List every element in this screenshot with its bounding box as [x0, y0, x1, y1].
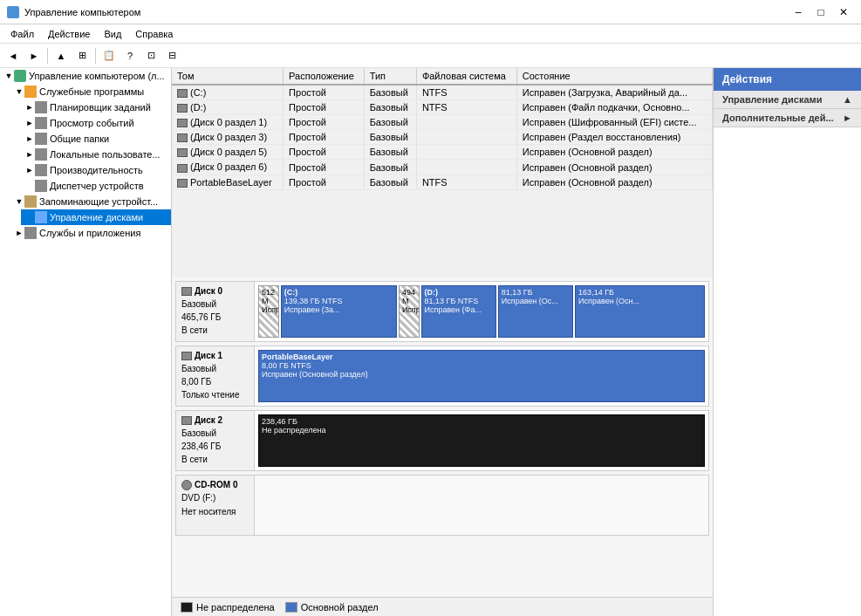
cell-volume: (Диск 0 раздел 1) [172, 115, 284, 130]
part-size-label: 81,13 ГБ NTFS [425, 297, 493, 305]
disk-part-disk0-3[interactable]: (D:) 81,13 ГБ NTFS Исправен (Фа... [421, 285, 496, 338]
cell-status: Исправен (Файл подкачки, Основно... [516, 100, 712, 115]
toolbar-up[interactable]: ▲ [51, 46, 71, 65]
disk-part-disk0-4[interactable]: 81,13 ГБ Исправен (Ос... [498, 285, 573, 338]
part-name-label: (D:) [425, 288, 493, 297]
disk-parts-disk0: 512 М Испра... (C:) 139,38 ГБ NTFS Испра… [255, 282, 708, 341]
minimize-button[interactable]: – [788, 3, 809, 21]
cell-type: Базовый [364, 130, 416, 145]
disk-name-label: Диск 1 [195, 350, 222, 362]
col-type: Тип [364, 68, 416, 85]
disk-part-disk0-0[interactable]: 512 М Испра... [258, 285, 279, 338]
main-right: Том Расположение Тип Файловая система Со… [172, 68, 861, 616]
disk-part-disk0-1[interactable]: (C:) 139,38 ГБ NTFS Исправен (За... [281, 285, 397, 338]
disk-part-disk1-0[interactable]: PortableBaseLayer 8,00 ГБ NTFS Исправен … [258, 350, 705, 402]
toolbar-properties[interactable]: 📋 [99, 46, 119, 65]
tree-label-devmgr: Диспетчер устройств [50, 181, 144, 191]
disk-name-disk0: Диск 0 [181, 285, 249, 298]
table-row[interactable]: (C:) Простой Базовый NTFS Исправен (Загр… [172, 85, 713, 100]
tree-label-users: Локальные пользовате... [50, 149, 161, 160]
table-row[interactable]: (Диск 0 раздел 1) Простой Базовый Исправ… [172, 115, 713, 130]
disk-hdd-icon [181, 287, 192, 296]
part-status-label: Испра... [262, 305, 276, 314]
expand-storage[interactable]: ▼ [14, 196, 24, 207]
expand-root[interactable]: ▼ [3, 71, 14, 81]
part-size-label: 512 М [262, 288, 276, 305]
disk-parts-disk1: PortableBaseLayer 8,00 ГБ NTFS Исправен … [255, 346, 708, 406]
disk-parts-disk2: 238,46 ГБ Не распределена [255, 411, 708, 470]
tree-item-root[interactable]: ▼ Управление компьютером (л... [0, 68, 171, 84]
expand-users[interactable]: ► [24, 149, 35, 160]
disk-part-disk0-5[interactable]: 163,14 ГБ Исправен (Осн... [575, 285, 705, 338]
cell-type: Базовый [364, 145, 416, 160]
actions-panel: Действия Управление дисками ▲ Дополнител… [713, 68, 861, 616]
expand-tasks[interactable]: ► [24, 102, 35, 113]
tree-label-tasks: Планировщик заданий [50, 102, 151, 113]
maximize-button[interactable]: □ [810, 3, 831, 21]
part-status-label: Исправен (Осн... [578, 297, 701, 305]
app-icon [7, 6, 19, 18]
titlebar: Управление компьютером – □ ✕ [0, 0, 861, 24]
window-title: Управление компьютером [24, 7, 140, 17]
menu-action[interactable]: Действие [41, 27, 97, 41]
expand-perf[interactable]: ► [24, 165, 35, 175]
cell-location: Простой [284, 175, 365, 189]
cell-fs: NTFS [416, 85, 516, 100]
disk-type-cdrom0: DVD (F:) [181, 492, 249, 504]
disk-name-disk1: Диск 1 [181, 350, 249, 362]
disk-part-disk2-0[interactable]: 238,46 ГБ Не распределена [258, 414, 705, 467]
col-volume: Том [172, 68, 284, 85]
tree-item-users[interactable]: ► Локальные пользовате... [21, 147, 171, 162]
toolbar-help[interactable]: ? [120, 46, 140, 65]
tree-item-tasks[interactable]: ► Планировщик заданий [21, 99, 171, 115]
toolbar-sep1 [47, 48, 48, 64]
actions-section-diskmgmt-label: Управление дисками [722, 94, 822, 105]
toolbar-back[interactable]: ◄ [3, 46, 23, 65]
table-row[interactable]: (Диск 0 раздел 5) Простой Базовый Исправ… [172, 145, 713, 160]
tree-item-storage[interactable]: ▼ Запоминающие устройст... [10, 194, 171, 209]
legend-unallocated-box [181, 602, 193, 613]
menu-help[interactable]: Справка [128, 27, 180, 41]
expand-tools[interactable]: ▼ [14, 86, 24, 97]
actions-section-diskmgmt[interactable]: Управление дисками ▲ [714, 91, 861, 109]
table-row[interactable]: (D:) Простой Базовый NTFS Исправен (Файл… [172, 100, 713, 115]
disk-status-disk1: Только чтение [181, 389, 249, 401]
menu-view[interactable]: Вид [97, 27, 128, 41]
table-row[interactable]: PortableBaseLayer Простой Базовый NTFS И… [172, 175, 713, 189]
expand-events[interactable]: ► [24, 118, 35, 128]
legend-primary-box [285, 602, 297, 613]
toolbar-show-hide[interactable]: ⊞ [72, 46, 92, 65]
expand-services[interactable]: ► [14, 228, 24, 238]
toolbar: ◄ ► ▲ ⊞ 📋 ? ⊡ ⊟ [0, 44, 861, 68]
tree-item-tools[interactable]: ▼ Служебные программы [10, 84, 171, 99]
disk-part-disk0-2[interactable]: 494 М Испра... [399, 285, 420, 338]
expand-folders[interactable]: ► [24, 133, 35, 144]
cell-volume: PortableBaseLayer [172, 175, 284, 189]
table-row[interactable]: (Диск 0 раздел 6) Простой Базовый Исправ… [172, 160, 713, 175]
toolbar-extra2[interactable]: ⊟ [162, 46, 181, 65]
disk-type-disk1: Базовый [181, 363, 249, 375]
legend-unallocated-label: Не распределена [196, 602, 275, 613]
disk-parts-cdrom0 [255, 476, 708, 535]
menu-file[interactable]: Файл [3, 27, 41, 41]
tree-item-perf[interactable]: ► Производительность [21, 162, 171, 178]
table-section[interactable]: Том Расположение Тип Файловая система Со… [172, 68, 713, 277]
folders-icon [35, 133, 47, 145]
close-button[interactable]: ✕ [833, 3, 854, 21]
actions-section-more[interactable]: Дополнительные дей... ► [714, 109, 861, 127]
cell-fs: NTFS [416, 100, 516, 115]
part-size-label: 81,13 ГБ [502, 288, 570, 297]
toolbar-forward[interactable]: ► [24, 46, 44, 65]
toolbar-extra1[interactable]: ⊡ [141, 46, 161, 65]
tree-item-devmgr[interactable]: Диспетчер устройств [21, 178, 171, 194]
disk-size-disk0: 465,76 ГБ [181, 311, 249, 324]
legend-primary-label: Основной раздел [301, 602, 379, 613]
tree-item-diskmgmt[interactable]: Управление дисками [21, 209, 171, 225]
tree-item-events[interactable]: ► Просмотр событий [21, 115, 171, 131]
cell-status: Исправен (Основной раздел) [516, 175, 712, 189]
table-row[interactable]: (Диск 0 раздел 3) Простой Базовый Исправ… [172, 130, 713, 145]
cell-volume: (Диск 0 раздел 6) [172, 160, 284, 175]
tree-item-services[interactable]: ► Службы и приложения [10, 225, 171, 241]
tree-label-folders: Общие папки [50, 133, 109, 144]
tree-item-folders[interactable]: ► Общие папки [21, 131, 171, 147]
